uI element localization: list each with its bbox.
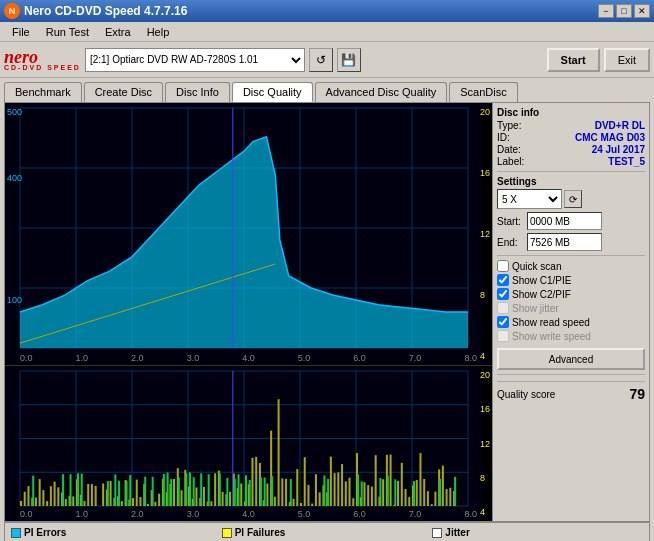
date-label: Date: bbox=[497, 144, 521, 155]
right-panel: Disc info Type: DVD+R DL ID: CMC MAG D03… bbox=[493, 103, 649, 521]
quality-score-label: Quality score bbox=[497, 389, 555, 400]
speed-row: 5 X Max 1 X 2 X 4 X 8 X ⟳ bbox=[497, 189, 645, 209]
jitter-color bbox=[432, 528, 442, 538]
menu-help[interactable]: Help bbox=[139, 24, 178, 40]
disc-info-title: Disc info bbox=[497, 107, 645, 118]
menu-run-test[interactable]: Run Test bbox=[38, 24, 97, 40]
tab-scan-disc[interactable]: ScanDisc bbox=[449, 82, 517, 102]
chart-area: 500 400 100 20 16 12 8 4 0.01.02.03.04.0… bbox=[5, 103, 493, 521]
drive-select[interactable]: [2:1] Optiarc DVD RW AD-7280S 1.01 bbox=[85, 48, 305, 72]
start-field-row: Start: bbox=[497, 212, 645, 230]
exit-button[interactable]: Exit bbox=[604, 48, 650, 72]
save-button[interactable]: 💾 bbox=[337, 48, 361, 72]
tab-disc-quality[interactable]: Disc Quality bbox=[232, 82, 313, 102]
show-jitter-label: Show jitter bbox=[512, 303, 559, 314]
pi-errors-label: PI Errors bbox=[24, 527, 66, 538]
tab-content: 500 400 100 20 16 12 8 4 0.01.02.03.04.0… bbox=[4, 102, 650, 522]
pi-failures-col: PI Failures Average: 0.14 Maximum: 20 To… bbox=[222, 527, 433, 541]
tab-create-disc[interactable]: Create Disc bbox=[84, 82, 163, 102]
type-value: DVD+R DL bbox=[595, 120, 645, 131]
y-axis-left: 500 400 100 bbox=[7, 103, 22, 365]
show-read-speed-label: Show read speed bbox=[512, 317, 590, 328]
start-input[interactable] bbox=[527, 212, 602, 230]
menu-extra[interactable]: Extra bbox=[97, 24, 139, 40]
show-write-speed-row: Show write speed bbox=[497, 330, 645, 342]
jitter-col: Jitter Average: - Maximum: - PO failures… bbox=[432, 527, 643, 541]
settings-title: Settings bbox=[497, 176, 645, 187]
show-c2-checkbox[interactable] bbox=[497, 288, 509, 300]
close-button[interactable]: ✕ bbox=[634, 4, 650, 18]
pi-errors-color bbox=[11, 528, 21, 538]
menu-bar: File Run Test Extra Help bbox=[0, 22, 654, 42]
quick-scan-row: Quick scan bbox=[497, 260, 645, 272]
speed-refresh-button[interactable]: ⟳ bbox=[564, 190, 582, 208]
show-jitter-checkbox[interactable] bbox=[497, 302, 509, 314]
stats-area: PI Errors Average: 108.01 Maximum: 459 T… bbox=[4, 522, 650, 541]
tab-benchmark[interactable]: Benchmark bbox=[4, 82, 82, 102]
refresh-button[interactable]: ↺ bbox=[309, 48, 333, 72]
start-button[interactable]: Start bbox=[547, 48, 600, 72]
show-c2-label: Show C2/PIF bbox=[512, 289, 571, 300]
pi-failures-label: PI Failures bbox=[235, 527, 286, 538]
quick-scan-checkbox[interactable] bbox=[497, 260, 509, 272]
speed-select[interactable]: 5 X Max 1 X 2 X 4 X 8 X bbox=[497, 189, 562, 209]
tab-disc-info[interactable]: Disc Info bbox=[165, 82, 230, 102]
label-label: Label: bbox=[497, 156, 524, 167]
app-icon: N bbox=[4, 3, 20, 19]
upper-chart: 500 400 100 20 16 12 8 4 0.01.02.03.04.0… bbox=[5, 103, 492, 366]
menu-file[interactable]: File bbox=[4, 24, 38, 40]
pi-errors-col: PI Errors Average: 108.01 Maximum: 459 T… bbox=[11, 527, 222, 541]
advanced-button[interactable]: Advanced bbox=[497, 348, 645, 370]
bottom-section: PI Errors Average: 108.01 Maximum: 459 T… bbox=[0, 522, 654, 541]
maximize-button[interactable]: □ bbox=[616, 4, 632, 18]
show-jitter-row: Show jitter bbox=[497, 302, 645, 314]
quick-scan-label: Quick scan bbox=[512, 261, 561, 272]
date-value: 24 Jul 2017 bbox=[592, 144, 645, 155]
show-c2-row: Show C2/PIF bbox=[497, 288, 645, 300]
tab-advanced-disc-quality[interactable]: Advanced Disc Quality bbox=[315, 82, 448, 102]
show-read-speed-checkbox[interactable] bbox=[497, 316, 509, 328]
quality-score-value: 79 bbox=[629, 386, 645, 402]
pi-failures-color bbox=[222, 528, 232, 538]
tab-bar: Benchmark Create Disc Disc Info Disc Qua… bbox=[0, 78, 654, 102]
show-c1-row: Show C1/PIE bbox=[497, 274, 645, 286]
jitter-label: Jitter bbox=[445, 527, 469, 538]
title-bar: N Nero CD-DVD Speed 4.7.7.16 − □ ✕ bbox=[0, 0, 654, 22]
label-value: TEST_5 bbox=[608, 156, 645, 167]
quality-score-row: Quality score 79 bbox=[497, 381, 645, 402]
show-c1-label: Show C1/PIE bbox=[512, 275, 571, 286]
end-field-row: End: bbox=[497, 233, 645, 251]
end-input[interactable] bbox=[527, 233, 602, 251]
toolbar: nero CD-DVD SPEED [2:1] Optiarc DVD RW A… bbox=[0, 42, 654, 78]
logo: nero CD-DVD SPEED bbox=[4, 48, 81, 71]
show-write-speed-checkbox[interactable] bbox=[497, 330, 509, 342]
app-title: Nero CD-DVD Speed 4.7.7.16 bbox=[24, 4, 187, 18]
lower-chart: 20 16 12 8 4 0.01.02.03.04.05.06.07.08.0 bbox=[5, 366, 492, 521]
y-axis-lower: 20 16 12 8 4 bbox=[480, 366, 490, 521]
start-label: Start: bbox=[497, 216, 525, 227]
id-label: ID: bbox=[497, 132, 510, 143]
show-c1-checkbox[interactable] bbox=[497, 274, 509, 286]
y-axis-right: 20 16 12 8 4 bbox=[480, 103, 490, 365]
x-axis-lower: 0.01.02.03.04.05.06.07.08.0 bbox=[20, 509, 477, 519]
window-controls: − □ ✕ bbox=[598, 4, 650, 18]
x-axis-upper: 0.01.02.03.04.05.06.07.08.0 bbox=[20, 353, 477, 363]
minimize-button[interactable]: − bbox=[598, 4, 614, 18]
show-write-speed-label: Show write speed bbox=[512, 331, 591, 342]
type-label: Type: bbox=[497, 120, 521, 131]
id-value: CMC MAG D03 bbox=[575, 132, 645, 143]
show-read-speed-row: Show read speed bbox=[497, 316, 645, 328]
end-label: End: bbox=[497, 237, 525, 248]
